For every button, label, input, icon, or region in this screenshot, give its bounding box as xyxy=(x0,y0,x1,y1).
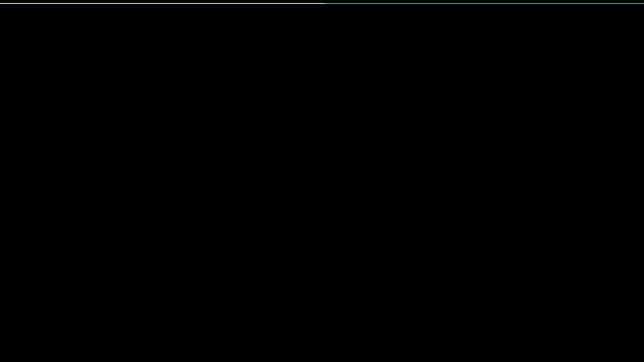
pane-divider-active xyxy=(0,3,325,4)
pane-bottom[interactable] xyxy=(0,8,644,353)
pane-divider[interactable] xyxy=(0,3,644,4)
pane-divider-inactive xyxy=(325,3,644,4)
terminal-screen[interactable] xyxy=(0,0,644,362)
tmux-statusbar[interactable] xyxy=(0,353,644,362)
